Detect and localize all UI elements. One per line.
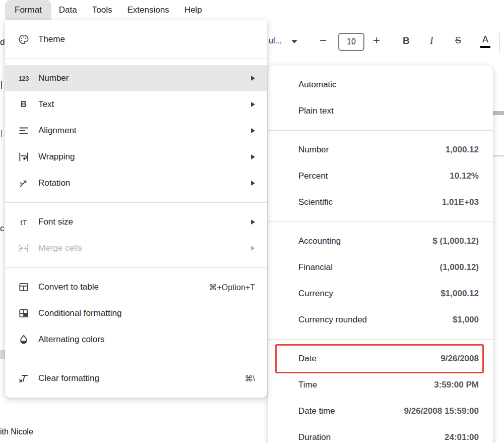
submenu-item-label: Date time xyxy=(298,406,404,416)
menu-shortcut: ⌘+Option+T xyxy=(209,283,255,292)
submenu-item-label: Currency rounded xyxy=(298,315,453,325)
menu-item-label: Theme xyxy=(38,34,255,44)
sheet-cell-text: ith Nicole xyxy=(0,427,33,436)
menu-item-rotation[interactable]: A Rotation xyxy=(5,170,267,196)
menu-item-label: Alternating colors xyxy=(38,335,255,345)
format-example: 10.12% xyxy=(450,171,479,181)
submenu-item-label: Financial xyxy=(298,262,440,272)
number-item-financial[interactable]: Financial (1,000.12) xyxy=(268,254,493,281)
menubar-item-data[interactable]: Data xyxy=(51,0,85,20)
number-item-accounting[interactable]: Accounting $ (1,000.12) xyxy=(268,228,493,254)
menu-separator xyxy=(268,339,493,340)
submenu-item-label: Duration xyxy=(298,432,445,442)
number-item-date-time[interactable]: Date time 9/26/2008 15:59:00 xyxy=(268,398,493,424)
menu-item-text[interactable]: B Text xyxy=(5,91,267,118)
number-item-currency[interactable]: Currency $1,000.12 xyxy=(268,281,493,307)
submenu-item-label: Number xyxy=(298,145,446,155)
font-size-input[interactable]: 10 xyxy=(338,33,364,51)
menu-item-label: Alignment xyxy=(38,126,245,136)
format-example: $1,000 xyxy=(453,315,479,325)
sheet-cell-fragment: c xyxy=(0,224,5,234)
submenu-item-label: Time xyxy=(298,380,434,390)
submenu-item-label: Accounting xyxy=(298,236,432,246)
sheet-cell-fragment: d xyxy=(0,37,5,47)
merge-cells-icon xyxy=(17,242,30,255)
format-example: 3:59:00 PM xyxy=(434,380,479,390)
text-color-button[interactable]: A xyxy=(480,34,490,48)
number-item-time[interactable]: Time 3:59:00 PM xyxy=(268,372,493,398)
decrease-font-size-button[interactable]: − xyxy=(320,33,327,47)
format-example: $1,000.12 xyxy=(440,289,479,299)
menu-item-alignment[interactable]: Alignment xyxy=(5,118,267,144)
submenu-item-label: Date xyxy=(298,354,440,364)
menubar-item-tools[interactable]: Tools xyxy=(85,0,120,20)
format-example: 9/26/2008 15:59:00 xyxy=(404,406,479,416)
menu-separator xyxy=(5,267,267,268)
submenu-arrow-icon xyxy=(251,128,255,133)
sheets-screen: Format Data Tools Extensions Help ul... … xyxy=(0,0,504,443)
menu-item-label: Number xyxy=(38,73,245,83)
chevron-down-icon[interactable] xyxy=(291,40,297,43)
menu-item-conditional-formatting[interactable]: Conditional formatting xyxy=(5,300,267,326)
number-item-plain-text[interactable]: Plain text xyxy=(268,98,493,124)
bold-icon: B xyxy=(17,98,30,111)
submenu-arrow-icon xyxy=(251,76,255,81)
submenu-arrow-icon xyxy=(251,181,255,186)
format-menu: Theme 123 Number B Text Alignment xyxy=(5,20,267,398)
menu-item-label: Wrapping xyxy=(38,152,245,162)
menu-item-font-size[interactable]: tT Font size xyxy=(5,209,267,235)
sheet-cell-fragment xyxy=(1,81,2,89)
menu-shortcut: ⌘\ xyxy=(245,374,255,383)
menu-item-convert-to-table[interactable]: Convert to table ⌘+Option+T xyxy=(5,274,267,300)
submenu-arrow-icon xyxy=(251,219,255,225)
menu-item-label: Convert to table xyxy=(38,282,209,292)
number-item-automatic[interactable]: Automatic xyxy=(268,72,493,98)
menu-item-label: Font size xyxy=(38,217,245,227)
italic-button[interactable]: I xyxy=(430,35,433,46)
menubar-item-help[interactable]: Help xyxy=(177,0,210,20)
menu-item-number[interactable]: 123 Number xyxy=(5,65,267,91)
text-wrap-icon xyxy=(17,150,30,163)
menu-item-wrapping[interactable]: Wrapping xyxy=(5,144,267,170)
menu-item-alternating-colors[interactable]: Alternating colors xyxy=(5,326,267,353)
sheet-gridline-fragment xyxy=(493,155,504,156)
format-example: 1,000.12 xyxy=(446,145,479,155)
menu-item-label: Conditional formatting xyxy=(38,308,255,318)
menu-item-theme[interactable]: Theme xyxy=(5,26,267,52)
menu-item-clear-formatting[interactable]: Clear formatting ⌘\ xyxy=(5,365,267,392)
number-item-scientific[interactable]: Scientific 1.01E+03 xyxy=(268,189,493,215)
palette-icon xyxy=(17,33,30,46)
font-size-icon: tT xyxy=(17,215,30,229)
selected-row-fragment xyxy=(0,350,5,359)
format-example: $ (1,000.12) xyxy=(432,236,479,246)
font-family-select[interactable]: ul... xyxy=(269,36,282,45)
menu-item-merge-cells: Merge cells xyxy=(5,235,267,261)
menubar-item-extensions[interactable]: Extensions xyxy=(119,0,176,20)
submenu-arrow-icon xyxy=(251,154,255,159)
submenu-item-label: Scientific xyxy=(298,197,442,207)
menu-separator xyxy=(5,59,267,59)
number-item-date[interactable]: Date 9/26/2008 xyxy=(268,346,493,372)
menu-separator xyxy=(268,130,493,131)
format-example: (1,000.12) xyxy=(440,262,479,272)
submenu-arrow-icon xyxy=(251,246,255,251)
increase-font-size-button[interactable]: + xyxy=(373,33,380,47)
conditional-format-icon xyxy=(17,307,30,320)
menu-separator xyxy=(268,222,493,222)
strikethrough-button[interactable]: S xyxy=(455,35,461,46)
submenu-item-label: Percent xyxy=(298,171,450,181)
format-example: 9/26/2008 xyxy=(440,354,479,364)
number-item-duration[interactable]: Duration 24:01:00 xyxy=(268,424,493,443)
menu-item-label: Merge cells xyxy=(38,243,245,253)
number-item-percent[interactable]: Percent 10.12% xyxy=(268,163,493,189)
submenu-item-label: Automatic xyxy=(298,80,479,90)
align-left-icon xyxy=(17,124,30,137)
bold-button[interactable]: B xyxy=(403,35,410,46)
format-example: 24:01:00 xyxy=(445,432,479,442)
number-item-number[interactable]: Number 1,000.12 xyxy=(268,137,493,163)
sheet-gridline-fragment xyxy=(493,111,504,115)
submenu-item-label: Plain text xyxy=(298,106,479,116)
number-item-currency-rounded[interactable]: Currency rounded $1,000 xyxy=(268,307,493,333)
menubar-item-format[interactable]: Format xyxy=(5,0,51,20)
menu-item-label: Rotation xyxy=(38,178,245,188)
